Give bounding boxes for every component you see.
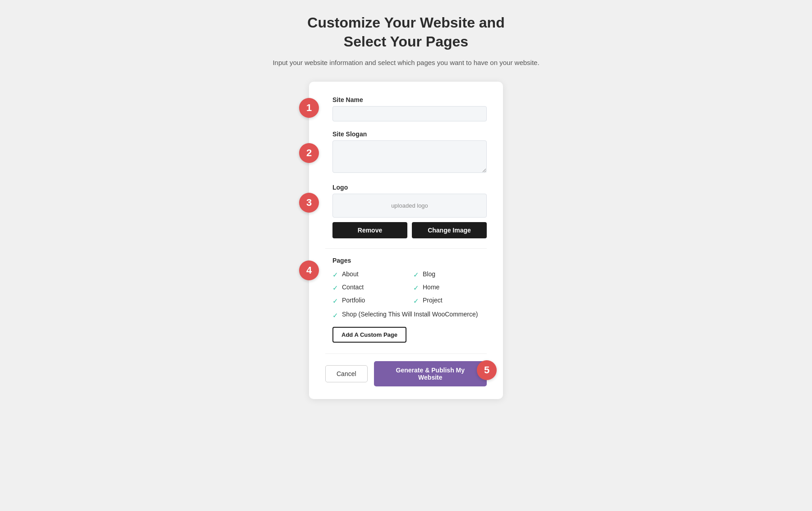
logo-group: Logo uploaded logo Remove Change Image — [325, 184, 487, 238]
page-title: Customize Your Website and Select Your P… — [272, 14, 539, 51]
page-item-portfolio[interactable]: ✓ Portfolio — [332, 297, 406, 305]
step-1-badge: 1 — [299, 98, 319, 118]
page-blog-label: Blog — [423, 270, 435, 278]
pages-label: Pages — [332, 257, 487, 264]
remove-button[interactable]: Remove — [332, 222, 407, 238]
page-contact-label: Contact — [342, 283, 364, 291]
page-subtitle: Input your website information and selec… — [272, 57, 539, 68]
cancel-button[interactable]: Cancel — [325, 365, 368, 382]
check-home-icon: ✓ — [413, 284, 419, 292]
page-header: Customize Your Website and Select Your P… — [272, 14, 539, 68]
generate-publish-button[interactable]: Generate & Publish My Website — [374, 361, 487, 386]
logo-placeholder-text: uploaded logo — [391, 202, 428, 209]
page-item-contact[interactable]: ✓ Contact — [332, 283, 406, 292]
page-item-about[interactable]: ✓ About — [332, 270, 406, 279]
logo-label: Logo — [332, 184, 487, 191]
page-shop-label: Shop (Selecting This Will Install WooCom… — [342, 311, 478, 318]
logo-preview: uploaded logo — [332, 194, 487, 218]
check-contact-icon: ✓ — [332, 284, 338, 292]
step-4-badge: 4 — [299, 260, 319, 280]
page-item-project[interactable]: ✓ Project — [413, 297, 487, 305]
check-project-icon: ✓ — [413, 297, 419, 305]
page-project-label: Project — [423, 297, 443, 304]
site-name-group: Site Name — [325, 96, 487, 121]
page-portfolio-label: Portfolio — [342, 297, 365, 304]
check-portfolio-icon: ✓ — [332, 297, 338, 305]
add-custom-page-button[interactable]: Add A Custom Page — [332, 327, 406, 343]
check-blog-icon: ✓ — [413, 271, 419, 279]
section-divider — [325, 248, 487, 249]
footer-actions: Cancel Generate & Publish My Website 5 — [325, 353, 487, 386]
site-name-input[interactable] — [332, 106, 487, 121]
step-5-badge: 5 — [477, 360, 497, 380]
page-item-home[interactable]: ✓ Home — [413, 283, 487, 292]
pages-grid: ✓ About ✓ Blog ✓ Contact ✓ Home ✓ Portfo… — [332, 270, 487, 305]
change-image-button[interactable]: Change Image — [412, 222, 487, 238]
page-home-label: Home — [423, 283, 439, 291]
check-shop-icon: ✓ — [332, 311, 338, 320]
site-slogan-input[interactable] — [332, 140, 487, 173]
step-3-badge: 3 — [299, 193, 319, 213]
logo-buttons: Remove Change Image — [332, 222, 487, 238]
site-slogan-label: Site Slogan — [332, 130, 487, 138]
form-card: 1 Site Name 2 Site Slogan 3 Logo uploade… — [309, 82, 503, 399]
site-name-label: Site Name — [332, 96, 487, 103]
page-item-shop[interactable]: ✓ Shop (Selecting This Will Install WooC… — [332, 311, 487, 320]
page-about-label: About — [342, 270, 359, 278]
check-about-icon: ✓ — [332, 271, 338, 279]
site-slogan-group: Site Slogan — [325, 130, 487, 175]
step-2-badge: 2 — [299, 143, 319, 163]
page-item-blog[interactable]: ✓ Blog — [413, 270, 487, 279]
pages-section: Pages ✓ About ✓ Blog ✓ Contact ✓ Home — [325, 257, 487, 343]
